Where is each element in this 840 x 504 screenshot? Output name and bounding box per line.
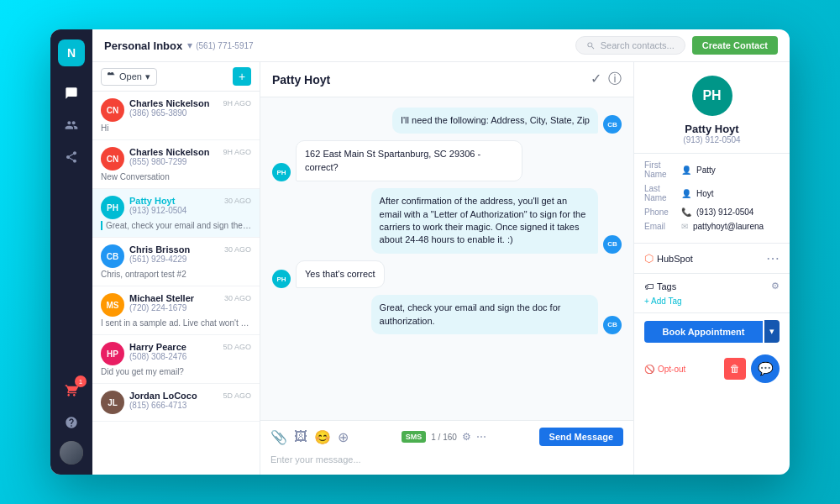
last-name-value[interactable]: Hoyt (696, 189, 780, 198)
more-icon[interactable]: ⋯ (476, 431, 486, 443)
email-value[interactable]: pattyhoyt@laurena (693, 222, 780, 231)
template-icon[interactable]: ⊕ (338, 429, 349, 445)
left-navigation: N 1 (50, 29, 92, 475)
settings-icon[interactable]: ⚙ (462, 431, 471, 443)
attach-icon[interactable]: 📎 (270, 429, 287, 445)
message-input[interactable]: Enter your message... (270, 451, 623, 468)
contact-list: CN Charles Nickelson 9H AGO (386) 965-38… (92, 92, 260, 475)
contact-full-phone: (913) 912-0504 (683, 135, 740, 144)
chat-contact-name: Patty Hoyt (272, 73, 330, 87)
contact-phone: (815) 666-4713 (129, 401, 251, 410)
message-row: PH 162 East Main St Spartanburg, SC 2930… (272, 140, 622, 181)
message-row: CB I'll need the following: Address, Cit… (272, 108, 622, 134)
book-appointment-section: Book Appointment ▾ (634, 313, 790, 349)
add-conversation-button[interactable]: + (233, 67, 251, 86)
contact-time: 30 AGO (224, 245, 251, 254)
app-logo: N (58, 39, 85, 66)
chat-header: Patty Hoyt ✓ ⓘ (260, 62, 633, 97)
hubspot-more-icon[interactable]: ⋯ (766, 250, 780, 266)
first-name-field-row: First Name 👤 Patty (644, 160, 780, 179)
contact-name: Patty Hoyt (129, 196, 175, 206)
bottom-actions: 🚫 Opt-out 🗑 💬 (634, 349, 790, 388)
phone-label: Phone (644, 207, 676, 217)
contact-phone: (561) 929-4229 (129, 255, 251, 264)
avatar: HP (101, 342, 124, 365)
contact-fields: First Name 👤 Patty Last Name 👤 Hoyt Phon… (634, 154, 790, 244)
send-message-button[interactable]: Send Message (539, 428, 623, 446)
nav-people-icon[interactable] (58, 112, 85, 139)
contact-name: Charles Nickelson (129, 147, 209, 157)
chat-input-area: 📎 🖼 😊 ⊕ SMS 1 / 160 ⚙ ⋯ Send Message (260, 420, 633, 475)
msg-avatar: CB (603, 115, 622, 134)
nav-share-icon[interactable] (58, 144, 85, 171)
check-icon[interactable]: ✓ (591, 71, 601, 88)
nav-cart-icon[interactable]: 1 (58, 377, 85, 404)
contact-info: Harry Pearce 5D AGO (508) 308-2476 (129, 342, 251, 361)
phone-icon: 📞 (681, 207, 691, 217)
contact-time: 9H AGO (223, 99, 251, 108)
contact-name: Jordan LoCoco (129, 391, 197, 401)
contact-name: Charles Nickelson (129, 98, 209, 108)
tag-icon: 🏷 (644, 281, 654, 291)
opt-out-icon: 🚫 (644, 365, 654, 374)
phone-value[interactable]: (913) 912-0504 (696, 207, 780, 217)
inbox-title: Personal Inbox (104, 39, 182, 52)
list-item[interactable]: MS Michael Steller 30 AGO (720) 224-1679… (92, 286, 260, 335)
delete-button[interactable]: 🗑 (724, 358, 746, 380)
emoji-icon[interactable]: 😊 (314, 429, 331, 445)
create-contact-button[interactable]: Create Contact (692, 36, 778, 55)
contact-info: Charles Nickelson 9H AGO (386) 965-3890 (129, 98, 251, 118)
list-item[interactable]: CB Chris Brisson 30 AGO (561) 929-4229 C… (92, 238, 260, 286)
contact-phone: (913) 912-0504 (129, 206, 251, 215)
chat-panel: Patty Hoyt ✓ ⓘ CB I'll need the followin… (260, 62, 634, 475)
tags-header: 🏷 Tags ⚙ (644, 281, 780, 291)
inbox-panel: Open ▾ + CN Charles Nickelson 9H AGO (38… (92, 62, 260, 475)
contact-time: 30 AGO (224, 197, 251, 205)
contact-info: Patty Hoyt 30 AGO (913) 912-0504 (129, 196, 251, 215)
list-item[interactable]: CN Charles Nickelson 9H AGO (855) 980-72… (92, 140, 260, 189)
contact-preview: Great, check your email and sign the doc… (101, 221, 251, 230)
chat-messages: CB I'll need the following: Address, Cit… (260, 97, 633, 420)
book-appointment-dropdown-button[interactable]: ▾ (764, 320, 780, 343)
cart-badge: 1 (75, 375, 87, 387)
chat-bubble-button[interactable]: 💬 (751, 354, 780, 383)
email-icon: ✉ (681, 222, 688, 231)
email-field-row: Email ✉ pattyhoyt@laurena (644, 222, 780, 231)
book-appointment-button[interactable]: Book Appointment (644, 321, 763, 343)
global-header: Personal Inbox ▾ (561) 771-5917 Search c… (92, 29, 790, 62)
nav-inbox-icon[interactable] (58, 80, 85, 107)
msg-avatar: CB (603, 235, 622, 254)
hubspot-section: ⬡ HubSpot ⋯ (634, 244, 790, 274)
search-bar[interactable]: Search contacts... (575, 36, 685, 55)
avatar: CB (101, 244, 124, 268)
msg-bubble: Great, check your email and sign the doc… (371, 295, 598, 334)
message-row: PH Yes that's correct (272, 260, 622, 288)
nav-help-icon[interactable] (58, 409, 85, 436)
list-item[interactable]: PH Patty Hoyt 30 AGO (913) 912-0504 Grea… (92, 189, 260, 238)
contact-info: Charles Nickelson 9H AGO (855) 980-7299 (129, 147, 251, 166)
contact-preview: New Conversation (101, 172, 251, 181)
chat-input-icons: 📎 🖼 😊 ⊕ (270, 429, 349, 445)
message-row: CB After confirmation of the address, yo… (272, 188, 622, 254)
msg-bubble: Yes that's correct (296, 260, 385, 288)
tags-label: 🏷 Tags (644, 281, 676, 291)
msg-bubble: I'll need the following: Address, City, … (392, 108, 598, 134)
contact-info: Michael Steller 30 AGO (720) 224-1679 (129, 293, 251, 312)
info-icon[interactable]: ⓘ (608, 71, 622, 88)
list-item[interactable]: HP Harry Pearce 5D AGO (508) 308-2476 Di… (92, 335, 260, 384)
tags-settings-icon[interactable]: ⚙ (771, 281, 780, 291)
image-icon[interactable]: 🖼 (294, 429, 307, 445)
add-tag-button[interactable]: + Add Tag (644, 297, 682, 306)
open-filter-button[interactable]: Open ▾ (101, 68, 157, 86)
contact-info: Chris Brisson 30 AGO (561) 929-4229 (129, 244, 251, 264)
list-item[interactable]: CN Charles Nickelson 9H AGO (386) 965-38… (92, 92, 260, 140)
user-avatar-nav[interactable] (60, 441, 83, 465)
contact-card: PH Patty Hoyt (913) 912-0504 (634, 62, 790, 154)
opt-out-button[interactable]: 🚫 Opt-out (644, 365, 685, 374)
contact-phone: (508) 308-2476 (129, 352, 251, 361)
list-item[interactable]: JL Jordan LoCoco 5D AGO (815) 666-4713 (92, 384, 260, 422)
opt-out-label: Opt-out (658, 365, 685, 374)
dropdown-chevron[interactable]: ▾ (187, 39, 192, 51)
hubspot-icon: ⬡ (644, 252, 654, 265)
first-name-value[interactable]: Patty (696, 165, 780, 175)
